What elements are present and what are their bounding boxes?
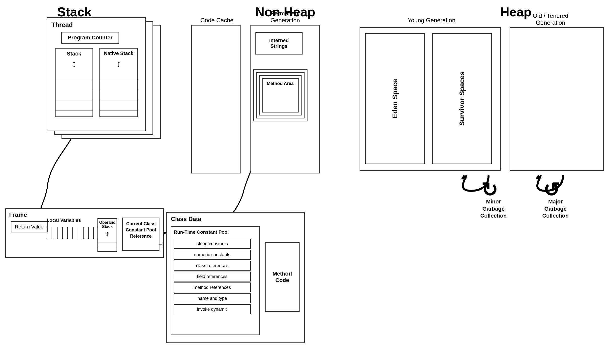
survivor-spaces-box: Survivor Spaces [432, 33, 492, 164]
method-area-label: Method Area [263, 81, 298, 86]
class-data-box: Class Data Run-Time Constant Pool string… [166, 212, 305, 343]
op-hline1 [98, 243, 117, 243]
local-vars-label: Local Variables [47, 218, 81, 223]
perm-gen-label: PermanentGeneration [255, 10, 315, 24]
local-vars-grid [47, 227, 104, 239]
local-var-cell [67, 227, 73, 239]
frame-label: Frame [9, 211, 27, 218]
svg-marker-2 [461, 175, 467, 179]
stack-inner-label: Stack [56, 51, 92, 57]
stack-updown-arrow: ↕ [56, 58, 92, 69]
class-data-label: Class Data [171, 216, 201, 223]
operand-stack-box: Operand Stack ↕ [97, 218, 117, 252]
svg-marker-3 [536, 175, 542, 179]
ccpr-text3: Reference [130, 234, 152, 239]
minor-gc-label: Minor Garbage Collection [479, 198, 508, 220]
cp-item-name-and-type: name and type [174, 293, 251, 303]
code-cache-label: Code Cache [197, 17, 237, 24]
old-gen-outer-box [510, 27, 604, 171]
stack-title: Stack [12, 4, 136, 19]
return-value-box: Return Value [11, 221, 48, 232]
interned-strings-line2: Strings [271, 43, 288, 49]
native-hline1 [100, 81, 137, 81]
native-stack-inner-box: Native Stack ↕ [99, 48, 138, 117]
local-var-cell [83, 227, 89, 239]
stack-hline1 [56, 81, 92, 81]
interned-strings-line1: Interned [269, 38, 289, 43]
thread-paper-front: Thread Program Counter Stack ↕ Native St… [47, 17, 146, 131]
young-gen-label: Young Generation [367, 17, 496, 24]
cp-item-method-references: method references [174, 282, 251, 292]
code-cache-box [191, 25, 241, 173]
interned-strings-box: Interned Strings [255, 32, 303, 55]
ccpr-text: Current Class [126, 221, 155, 226]
program-counter-box: Program Counter [61, 32, 119, 44]
cp-item-class-references: class references [174, 261, 251, 271]
native-stack-inner-label: Native Stack [100, 51, 137, 56]
old-gen-label: Old / TenuredGeneration [511, 12, 590, 26]
stack-hline4 [56, 111, 92, 111]
operand-stack-label-line1: Operand [98, 220, 117, 225]
young-gen-outer-box: Eden Space Survivor Spaces [360, 27, 501, 171]
local-var-cell [62, 227, 68, 239]
operand-stack-label-line2: Stack [98, 224, 117, 229]
operand-updown-arrow: ↕ [98, 229, 117, 238]
local-var-cell [52, 227, 57, 239]
native-hline3 [100, 101, 137, 101]
cp-item-field-references: field references [174, 272, 251, 281]
stack-inner-box: Stack ↕ [55, 48, 93, 117]
frame-box: Frame Return Value Local Variables Opera… [5, 208, 164, 258]
runtime-cp-box: Run-Time Constant Pool string constants … [171, 226, 260, 335]
native-hline4 [100, 111, 137, 111]
method-code-box: Method Code [265, 242, 300, 312]
stack-hline3 [56, 101, 92, 101]
native-stack-updown-arrow: ↕ [100, 58, 137, 69]
ccpr-text2: Constant Pool [126, 227, 156, 232]
eden-space-label: Eden Space [391, 79, 399, 118]
native-hline2 [100, 91, 137, 91]
method-area-inner: Method Area [262, 78, 299, 112]
cp-item-string-constants: string constants [174, 239, 251, 249]
local-var-cell [88, 227, 94, 239]
local-var-cell [57, 227, 62, 239]
ccpr-pointer: ⊣ [158, 241, 162, 248]
cp-item-numeric-constants: numeric constants [174, 250, 251, 260]
thread-label: Thread [51, 21, 73, 29]
eden-space-box: Eden Space [365, 33, 425, 164]
ccpr-box: Current Class Constant Pool Reference ⊣ [122, 218, 159, 251]
op-hline2 [98, 247, 117, 247]
runtime-cp-label: Run-Time Constant Pool [174, 229, 229, 235]
survivor-spaces-label: Survivor Spaces [458, 71, 466, 126]
major-gc-label: Major Garbage Collection [539, 198, 572, 220]
stack-hline2 [56, 91, 92, 91]
local-var-cell [73, 227, 78, 239]
local-var-cell [78, 227, 83, 239]
cp-item-invoke-dynamic: invoke dynamic [174, 304, 251, 314]
local-var-cell [47, 227, 52, 239]
